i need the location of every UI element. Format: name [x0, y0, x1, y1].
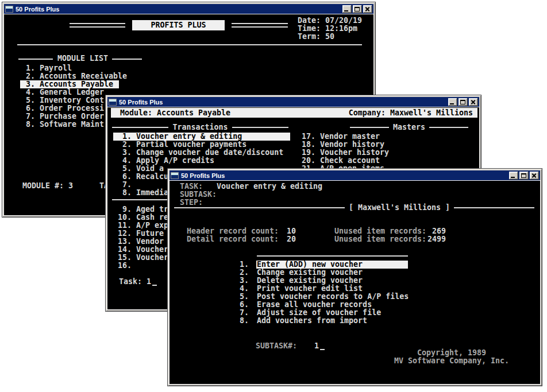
text-cursor	[320, 349, 325, 350]
text-cursor	[152, 285, 157, 286]
maximize-button[interactable]	[519, 172, 529, 180]
count-value: 2499	[406, 235, 446, 243]
task-input-value[interactable]: 1	[147, 277, 151, 286]
menu-item[interactable]: 18. Vendor history	[302, 141, 384, 149]
app-banner: PROFITS PLUS	[132, 20, 225, 30]
close-button[interactable]	[469, 98, 478, 106]
module-label: Module: Accounts Payable	[120, 108, 230, 118]
company-label: Company: Maxwell's Millions	[349, 108, 473, 118]
app-icon	[109, 99, 117, 106]
minimize-icon	[344, 10, 348, 11]
menu-item[interactable]: 7.	[118, 181, 132, 189]
minimize-button[interactable]	[448, 98, 457, 106]
banner-left-rule	[70, 23, 125, 28]
menu-item[interactable]: Print voucher edit list	[257, 285, 363, 293]
menu-item[interactable]: Delete existing voucher	[257, 277, 363, 285]
menu-item[interactable]: Post voucher records to A/P files	[257, 293, 409, 301]
window-controls	[509, 172, 539, 180]
maximize-icon	[521, 173, 526, 178]
app-icon	[171, 172, 179, 179]
app-icon	[5, 6, 13, 13]
menu-item[interactable]: 5. Inventory Cont	[26, 96, 104, 104]
menu-item[interactable]: Add vouchers from import	[257, 317, 367, 325]
titlebar[interactable]: 50 Profits Plus	[170, 170, 540, 181]
close-button[interactable]	[530, 172, 539, 180]
menu-item-selected[interactable]: 3. Accounts Payable	[20, 80, 119, 88]
rule	[112, 127, 168, 128]
task-value: Voucher entry & editing	[217, 183, 322, 191]
menu-item[interactable]: 2. Accounts Receivable	[26, 72, 127, 80]
titlebar[interactable]: 50 Profits Plus	[107, 97, 479, 107]
section-title: Transactions	[168, 123, 232, 131]
count-value: 10	[256, 227, 296, 235]
menu-item[interactable]: Adjust size of voucher file	[257, 309, 381, 317]
copyright-company-line: MV Software Company, Inc.	[386, 357, 518, 365]
copyright-line: Copyright, 1989	[386, 349, 518, 357]
close-button[interactable]	[363, 5, 372, 13]
menu-item-number: 2.	[235, 269, 249, 277]
maximize-button[interactable]	[353, 5, 362, 13]
menu-item[interactable]: 12. Future	[118, 230, 164, 238]
count-value: 20	[256, 235, 296, 243]
menu-item-number: 3.	[235, 277, 249, 285]
date-line: Date: 07/20/19	[298, 17, 362, 25]
menu-item[interactable]: 1. Payroll	[26, 64, 72, 72]
menu-item[interactable]: 6. Order Processi	[26, 104, 104, 112]
task-prompt[interactable]: Task:1	[119, 278, 157, 286]
menu-item[interactable]: 6. Recalcu	[118, 173, 168, 181]
minimize-button[interactable]	[342, 5, 352, 13]
menu-item[interactable]: 19. Voucher history	[302, 149, 389, 157]
window-title: 50 Profits Plus	[16, 6, 342, 13]
menu-item[interactable]: 20. Check account	[302, 157, 380, 165]
subtask-label: SUBTASK:	[180, 191, 217, 199]
menu-item[interactable]: 15. Voucher	[118, 254, 168, 262]
menu-item[interactable]: Change existing voucher	[257, 269, 363, 277]
transactions-header: Transactions	[112, 123, 288, 131]
window-title: 50 Profits Plus	[119, 99, 448, 106]
menu-item[interactable]: 5. Void a	[118, 165, 164, 173]
window-voucher-task: 50 Profits Plus TASK: Voucher entry & ed…	[167, 168, 542, 386]
menu-item[interactable]: 4. General Ledger	[26, 88, 104, 96]
window-title: 50 Profits Plus	[181, 172, 509, 179]
company-banner: [ Maxwell's Millions ]	[345, 204, 454, 212]
subtask-input-value[interactable]: 1	[314, 341, 319, 350]
titlebar[interactable]: 50 Profits Plus	[4, 4, 373, 14]
menu-item[interactable]: 13. Vendor	[118, 238, 164, 246]
rule	[454, 207, 534, 208]
menu-item-number: 8.	[235, 317, 249, 325]
rule	[429, 127, 468, 128]
company-separator: [ Maxwell's Millions ]	[174, 204, 534, 212]
status-bar: Module: Accounts Payable Company: Maxwel…	[111, 108, 477, 118]
menu-item[interactable]: 10. Cash re	[118, 214, 168, 222]
menu-item[interactable]: 11. A/P exp	[118, 222, 168, 230]
menu-item-number: 7.	[235, 309, 249, 317]
menu-item[interactable]: 16.	[118, 262, 132, 270]
menu-item[interactable]: 4. Apply A/P credits	[118, 157, 214, 165]
module-number-prompt[interactable]: MODULE #: 3	[22, 182, 73, 190]
section-title: Masters	[389, 123, 429, 131]
menu-item[interactable]: 14. Voucher	[118, 246, 168, 254]
menu-item[interactable]: 7. Purchase Order	[26, 112, 104, 121]
menu-item[interactable]: 3. Change voucher due date/discount	[118, 149, 283, 157]
menu-item[interactable]: 8. Software Maint	[26, 121, 104, 129]
menu-item-selected[interactable]: Enter (ADD) new voucher	[256, 261, 408, 269]
list-title-right-rule	[112, 59, 142, 60]
menu-item[interactable]: 9. Aged tr	[118, 205, 168, 214]
menu-item[interactable]: 8. Immedia	[118, 189, 168, 197]
subtask-prompt-label: SUBTASK#:	[256, 342, 297, 350]
rule	[350, 127, 389, 128]
menu-item-number: 5.	[235, 293, 249, 301]
menu-item[interactable]: 2. Partial voucher payments	[118, 141, 246, 149]
terminal-screen: TASK: Voucher entry & editing SUBTASK: S…	[170, 181, 540, 384]
window-controls	[342, 5, 372, 13]
rule	[232, 127, 288, 128]
task-prompt-label: Task:	[119, 277, 142, 286]
masters-header: Masters	[350, 123, 468, 131]
menu-item[interactable]: Erase all voucher records	[257, 301, 372, 309]
maximize-button[interactable]	[459, 98, 468, 106]
menu-item[interactable]: 17. Vendor master	[302, 133, 380, 141]
subtask-input[interactable]: 1	[314, 342, 325, 350]
minimize-button[interactable]	[509, 172, 518, 180]
time-line: Time: 12:16pm	[298, 25, 357, 33]
menu-item-selected[interactable]: 1. Voucher entry & editing	[113, 133, 290, 141]
